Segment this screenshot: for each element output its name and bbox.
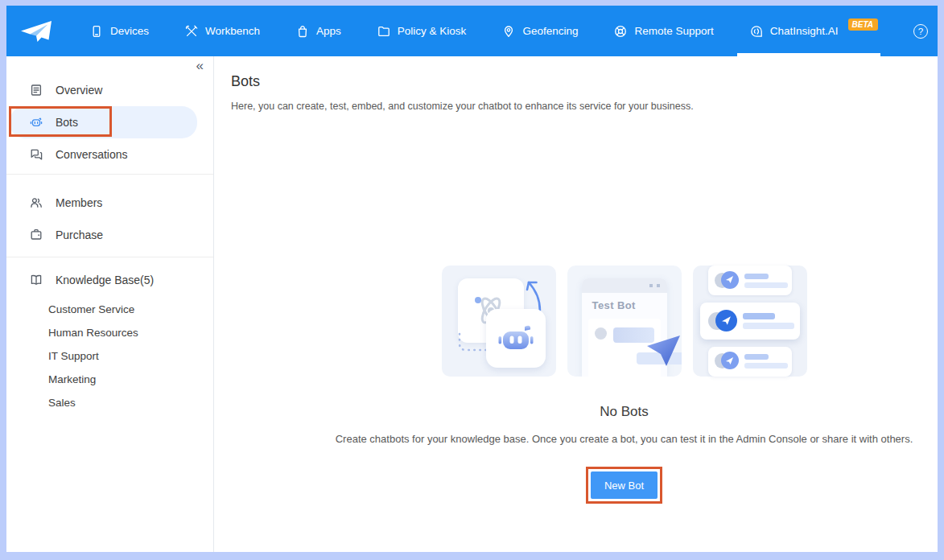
sidebar-item-label: Members [56,196,102,209]
paper-plane-logo-icon [19,19,54,43]
text-bar [744,354,769,360]
empty-state-illustration: Test Bot [442,266,807,377]
sidebar-subitem-marketing[interactable]: Marketing [48,368,213,391]
window-titlebar [582,278,667,293]
main-content: Bots Here, you can create, test, embed, … [214,56,938,552]
sidebar-item-label: Conversations [56,148,128,161]
sidebar-subitem-it-support[interactable]: IT Support [48,344,213,368]
nav-label: Policy & Kiosk [398,25,467,37]
empty-state-title: No Bots [600,404,648,420]
robot-face-icon [497,323,534,355]
share-row-highlighted [700,303,800,340]
sidebar-divider [6,174,213,175]
nav-label: Remote Support [634,25,713,37]
sidebar-item-label: Knowledge Base(5) [56,274,154,286]
nav-label: Apps [316,25,341,37]
nav-item-geofencing[interactable]: Geofencing [501,6,578,56]
sidebar-item-overview[interactable]: Overview [10,74,197,106]
nav-item-devices[interactable]: Devices [89,6,149,56]
collapse-sidebar-icon[interactable]: « [196,58,204,74]
nav-label: Devices [110,25,149,37]
titlebar-dot [649,284,653,287]
plane-avatar-icon [721,352,739,369]
sidebar-item-bots[interactable]: Bots [10,106,197,138]
new-bot-button[interactable]: New Bot [591,471,658,499]
devices-icon [89,24,104,39]
help-button[interactable]: ? [913,24,928,39]
page-title: Bots [231,73,938,90]
purchase-wallet-icon [29,228,43,242]
app-window: Devices Workbench Apps [6,6,938,552]
plane-avatar-icon [721,271,739,289]
page-subtitle: Here, you can create, test, embed, and c… [231,101,938,112]
share-row [708,347,792,377]
bots-robot-icon [29,115,43,130]
sidebar-item-label: Purchase [56,229,103,241]
plane-avatar-icon [715,310,737,331]
members-icon [29,196,43,210]
annotation-box-new-bot: New Bot [586,467,662,504]
nav-item-apps[interactable]: Apps [295,6,341,56]
airdroid-logo[interactable] [19,6,54,56]
nav-label: Geofencing [522,25,578,37]
apps-icon [295,24,310,39]
sidebar-subitem-customer-service[interactable]: Customer Service [48,298,213,321]
main-nav: Devices Workbench Apps [89,6,913,56]
nav-item-chatinsight[interactable]: ChatInsight.AI BETA [749,6,878,56]
overview-icon [29,83,43,97]
sidebar: « Overview Bots [6,56,214,552]
chatinsight-icon [749,24,764,39]
sidebar-item-knowledge-base[interactable]: Knowledge Base(5) [10,264,197,296]
sidebar-item-label: Overview [56,84,102,97]
text-bar [744,363,788,369]
test-bot-label: Test Bot [592,299,667,311]
text-bar [743,323,794,329]
robot-tile [486,309,546,368]
nav-label: Workbench [205,25,260,37]
top-navigation-bar: Devices Workbench Apps [6,6,938,56]
policy-kiosk-folder-icon [377,24,391,39]
remote-support-lifebuoy-icon [613,24,628,39]
text-bar [744,282,788,288]
beta-badge: BETA [848,19,878,31]
sidebar-item-members[interactable]: Members [10,187,197,219]
sidebar-item-label: Bots [56,116,78,129]
chat-avatar [595,327,607,340]
sidebar-divider [6,257,213,257]
cursor-plane-icon [645,333,682,369]
sidebar-subitem-sales[interactable]: Sales [48,391,213,414]
share-row [708,266,792,295]
illustration-card-share [693,266,807,377]
text-bar [743,313,775,319]
illustration-card-test: Test Bot [567,266,682,377]
empty-state: Test Bot [311,266,938,504]
help-icon: ? [913,24,928,39]
illustration-card-build [442,266,556,377]
text-bar [744,274,769,279]
titlebar-dot [657,284,660,287]
knowledge-base-book-icon [29,273,43,287]
nav-item-policy-kiosk[interactable]: Policy & Kiosk [377,6,467,56]
sidebar-subitem-human-resources[interactable]: Human Resources [48,321,213,344]
nav-label: ChatInsight.AI [770,25,839,37]
conversations-icon [29,147,43,162]
knowledge-base-children: Customer Service Human Resources IT Supp… [6,296,213,414]
workbench-icon [184,24,199,39]
nav-item-workbench[interactable]: Workbench [184,6,260,56]
sidebar-menu: Overview Bots Conver [6,56,213,414]
sidebar-item-purchase[interactable]: Purchase [10,219,197,251]
sidebar-item-conversations[interactable]: Conversations [10,138,197,171]
nav-item-remote-support[interactable]: Remote Support [613,6,713,56]
empty-state-description: Create chatbots for your knowledge base.… [336,433,913,445]
geofencing-pin-icon [501,24,516,39]
